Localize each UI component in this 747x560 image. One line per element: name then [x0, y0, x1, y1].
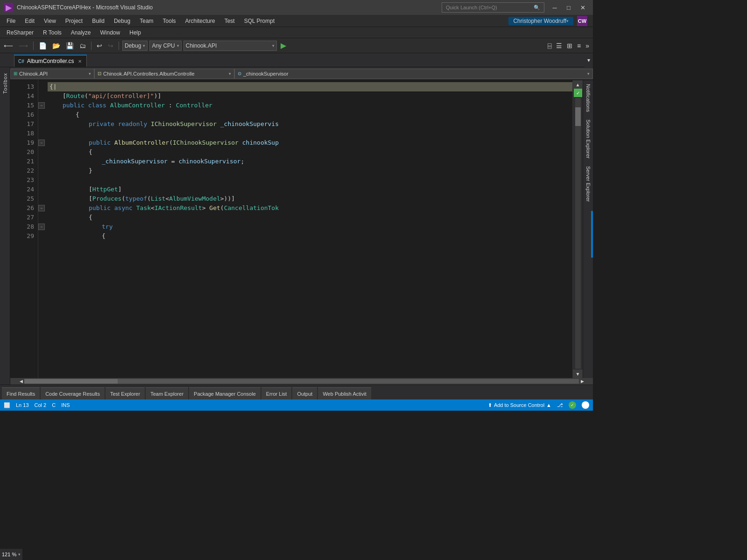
scroll-left-button[interactable]: ◀ — [18, 378, 24, 384]
forward-button[interactable]: ⟶ — [17, 40, 30, 51]
solution-explorer-tab[interactable]: Solution Explorer — [583, 116, 593, 162]
horizontal-scrollbar-track[interactable] — [24, 379, 579, 384]
source-control-label: Add to Source Control — [494, 402, 544, 408]
marker-28: − — [38, 222, 48, 231]
build-success-badge[interactable]: ✓ — [574, 89, 582, 97]
line-num-19: 19 — [20, 138, 34, 147]
code-coverage-tab[interactable]: Code Coverage Results — [41, 387, 105, 399]
collapse-15[interactable]: − — [38, 102, 45, 109]
back-button[interactable]: ⟵ — [2, 40, 15, 51]
tab-scroll-button[interactable]: ▾ — [585, 53, 593, 67]
status-ins: INS — [61, 402, 70, 408]
save-all-button[interactable]: 🗂 — [78, 40, 88, 51]
marker-16 — [38, 110, 48, 119]
code-line-21: _chinookSupervisor = chinookSupervisor; — [48, 157, 572, 166]
app-title: ChinookASPNETCoreAPIHex - Microsoft Visu… — [17, 4, 438, 11]
horizontal-scrollbar[interactable]: ◀ ▶ — [10, 378, 593, 385]
column-button[interactable]: ☰ — [554, 40, 564, 51]
collapse-26[interactable]: − — [38, 205, 45, 211]
quick-launch-search[interactable]: Quick Launch (Ctrl+Q) 🔍 — [442, 2, 544, 13]
right-scrollbar-panel: ▲ ✓ ▼ — [572, 80, 583, 378]
sep2 — [91, 42, 92, 50]
server-explorer-tab[interactable]: Server Explorer — [583, 162, 593, 205]
code-area[interactable]: 13 14 15 16 17 18 19 20 21 22 23 24 25 2… — [10, 80, 593, 378]
notifications-tab[interactable]: Notifications — [583, 80, 593, 116]
start-debug-button[interactable]: ▶ — [279, 40, 288, 51]
close-button[interactable]: ✕ — [576, 2, 589, 13]
marker-29 — [38, 231, 48, 241]
menu-rtools[interactable]: R Tools — [38, 27, 66, 38]
redo-button[interactable]: ↪ — [106, 40, 115, 51]
snippet-button[interactable]: ⌸ — [546, 40, 553, 51]
layout-button[interactable]: ⊞ — [565, 40, 574, 51]
toolbox-label[interactable]: Toolbox — [2, 73, 8, 94]
line-num-14: 14 — [20, 91, 34, 101]
active-tab[interactable]: C# AlbumController.cs ✕ — [14, 55, 87, 67]
code-content[interactable]: {| [Route("api/[controller]")] public cl… — [48, 80, 572, 378]
sep1 — [33, 42, 34, 50]
open-file-button[interactable]: 📂 — [50, 40, 62, 51]
maximize-button[interactable]: □ — [562, 2, 575, 13]
undo-button[interactable]: ↩ — [95, 40, 104, 51]
team-explorer-tab[interactable]: Team Explorer — [146, 387, 188, 399]
test-explorer-tab[interactable]: Test Explorer — [106, 387, 145, 399]
vertical-scrollbar-thumb[interactable] — [575, 107, 581, 126]
source-control[interactable]: ⬆ Add to Source Control ▲ — [488, 402, 551, 408]
search-placeholder: Quick Launch (Ctrl+Q) — [446, 5, 497, 10]
menu-sql-prompt[interactable]: SQL Prompt — [240, 15, 280, 27]
find-results-tab[interactable]: Find Results — [2, 387, 40, 399]
line-num-22: 22 — [20, 166, 34, 175]
tab-close-icon[interactable]: ✕ — [77, 58, 83, 64]
menu-bar: File Edit View Project Build Debug Team … — [0, 15, 593, 27]
menu-resharper[interactable]: ReSharper — [2, 27, 38, 38]
menu-project[interactable]: Project — [61, 15, 87, 27]
code-line-19: public AlbumController(IChinookSuperviso… — [48, 138, 572, 147]
error-list-tab[interactable]: Error List — [261, 387, 292, 399]
output-tab[interactable]: Output — [292, 387, 317, 399]
debug-config-dropdown[interactable]: Debug ▾ — [122, 41, 148, 51]
resharper-bar: ReSharper R Tools Analyze Window Help — [0, 27, 593, 38]
menu-architecture[interactable]: Architecture — [181, 15, 220, 27]
member-dropdown[interactable]: ⊡ Chinook.API.Controllers.AlbumControlle… — [94, 69, 234, 79]
web-publish-tab[interactable]: Web Publish Activit — [318, 387, 371, 399]
main-area: Toolbox ⊞ Chinook.API ▾ ⊡ Chinook.API.Co… — [0, 67, 593, 385]
collapse-28[interactable]: − — [38, 224, 45, 230]
project-dropdown[interactable]: Chinook.API ▾ — [183, 41, 277, 51]
scroll-down-button[interactable]: ▼ — [573, 370, 583, 378]
collapse-19[interactable]: − — [38, 140, 45, 146]
code-line-16: { — [48, 110, 572, 119]
marker-24 — [38, 185, 48, 194]
menu-debug[interactable]: Debug — [109, 15, 135, 27]
save-button[interactable]: 💾 — [64, 40, 76, 51]
platform-dropdown[interactable]: Any CPU ▾ — [149, 41, 181, 51]
menu-test[interactable]: Test — [220, 15, 240, 27]
object-dropdown[interactable]: ⊙ _chinookSupervisor ▾ — [234, 69, 593, 79]
menu-tools[interactable]: Tools — [158, 15, 181, 27]
horizontal-scrollbar-thumb[interactable] — [24, 379, 118, 384]
format-button[interactable]: ≡ — [575, 40, 583, 51]
user-menu[interactable]: Christopher Woodruff ▾ — [508, 17, 573, 25]
new-file-button[interactable]: 📄 — [37, 40, 49, 51]
more-button[interactable]: » — [584, 40, 591, 51]
menu-analyze[interactable]: Analyze — [66, 27, 96, 38]
code-line-24: [HttpGet] — [48, 185, 572, 194]
vertical-scrollbar-track[interactable] — [575, 98, 581, 369]
package-manager-tab[interactable]: Package Manager Console — [189, 387, 261, 399]
menu-help[interactable]: Help — [125, 27, 146, 38]
build-success-icon[interactable]: ✓ — [569, 401, 576, 409]
menu-view[interactable]: View — [39, 15, 61, 27]
type-dropdown[interactable]: ⊞ Chinook.API ▾ — [10, 69, 94, 79]
menu-build[interactable]: Build — [87, 15, 109, 27]
git-icon[interactable]: ⎇ — [557, 402, 563, 408]
menu-file[interactable]: File — [2, 15, 20, 27]
scroll-up-button[interactable]: ▲ — [573, 80, 583, 89]
minimize-button[interactable]: ─ — [548, 2, 561, 13]
app-icon: ▶ — [4, 3, 13, 12]
status-white-icon — [582, 401, 589, 409]
menu-team[interactable]: Team — [135, 15, 158, 27]
menu-edit[interactable]: Edit — [20, 15, 39, 27]
menu-window[interactable]: Window — [96, 27, 125, 38]
scroll-right-button[interactable]: ▶ — [579, 378, 585, 384]
status-ins-label: INS — [61, 402, 70, 408]
status-ch-label: C — [52, 402, 56, 408]
